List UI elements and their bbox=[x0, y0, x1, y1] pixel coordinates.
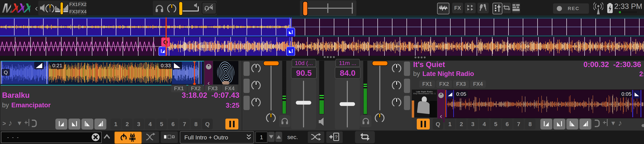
deck1-key-display[interactable]: 10d (... bbox=[292, 59, 316, 67]
broadcast-icon[interactable] bbox=[594, 2, 603, 16]
deck1-eq-low-kill[interactable] bbox=[244, 96, 250, 110]
deck2-hotcue-4[interactable]: 4 bbox=[479, 119, 490, 130]
transition-seconds-input[interactable]: 1 bbox=[256, 132, 268, 143]
fx-unit-toggle-2[interactable]: FX2 bbox=[78, 1, 86, 8]
deck2-eq-mid-kill[interactable] bbox=[404, 79, 410, 93]
waveform-view-button[interactable] bbox=[437, 3, 450, 14]
deck2-eq-mid-knob[interactable] bbox=[392, 80, 402, 90]
search-clear-button[interactable] bbox=[92, 133, 100, 141]
balance-slider-handle[interactable] bbox=[60, 2, 63, 15]
deck1-hotcue-8[interactable]: 8 bbox=[191, 119, 201, 130]
autodj-enable-button[interactable] bbox=[114, 131, 142, 144]
deck2-pitch-handle[interactable] bbox=[340, 102, 355, 106]
deck1-quantize-button[interactable]: Q bbox=[202, 119, 213, 130]
transition-select[interactable]: Full Intro + Outro bbox=[180, 131, 254, 144]
deck2-loop-icon[interactable] bbox=[595, 120, 600, 127]
deck1-eq-hi-knob[interactable] bbox=[251, 63, 261, 73]
deck2-fx-button-1[interactable]: FX1 bbox=[419, 80, 435, 88]
microphone-button[interactable] bbox=[478, 3, 489, 13]
search-input[interactable]: - - - bbox=[1, 132, 102, 143]
crossfader-handle[interactable] bbox=[303, 1, 308, 16]
deck2-hotcue-6[interactable]: 6 bbox=[502, 119, 512, 130]
deck1-bpm-display[interactable]: 90.5 bbox=[291, 67, 317, 79]
deck1-waveform-zoom-icon[interactable]: ▼ bbox=[16, 120, 22, 127]
deck2-pfl-button[interactable] bbox=[360, 115, 372, 127]
deck1-overview-waveform[interactable]: Q 0:21 0:33 bbox=[1, 61, 204, 86]
four-decks-button[interactable] bbox=[465, 3, 476, 13]
library-expand-button[interactable] bbox=[102, 132, 111, 142]
headphone-gain-knob[interactable] bbox=[167, 4, 176, 13]
library-toggle-button[interactable] bbox=[512, 3, 520, 13]
headphone-split-button[interactable] bbox=[202, 2, 216, 14]
deck2-quantize-icon[interactable] bbox=[602, 119, 609, 127]
deck2-beatgrid-music-icon[interactable]: ♪ bbox=[618, 118, 622, 128]
transition-mode-button[interactable] bbox=[161, 131, 178, 143]
deck1-hotcue-6[interactable]: 6 bbox=[168, 119, 178, 130]
fx-unit-toggle-4[interactable]: FX4 bbox=[78, 8, 86, 15]
deck2-eq-low-kill[interactable] bbox=[404, 96, 410, 110]
deck2-eq-low-knob[interactable] bbox=[392, 97, 402, 107]
deck1-intro-end-marker[interactable] bbox=[34, 62, 44, 69]
fx-unit-toggle-1[interactable]: FX1 bbox=[70, 1, 78, 8]
deck2-hotcue-8[interactable]: 8 bbox=[525, 119, 536, 130]
deck2-hotcue-5[interactable]: 5 bbox=[490, 119, 501, 130]
deck2-gain-knob[interactable] bbox=[374, 113, 385, 123]
deck2-hotcue-7[interactable]: 7 bbox=[513, 119, 524, 130]
toolbar-collapse-icon[interactable]: ‹ bbox=[35, 3, 38, 13]
deck1-wave-resize-handle[interactable] bbox=[324, 56, 335, 58]
deck1-eq-mid-kill[interactable] bbox=[244, 79, 250, 93]
deck2-eq-hi-kill[interactable] bbox=[404, 62, 410, 76]
deck1-hotcue-5[interactable]: 5 bbox=[156, 119, 167, 130]
shuffle-button[interactable] bbox=[308, 131, 324, 143]
deck1-outro-start-marker[interactable] bbox=[172, 62, 182, 69]
deck2-fx-button-3[interactable]: FX3 bbox=[453, 80, 469, 88]
deck2-overview-waveform[interactable]: 0:05 0:05 bbox=[445, 90, 644, 118]
record-button[interactable]: REC bbox=[553, 3, 589, 14]
effects-toggle-button[interactable]: FX bbox=[452, 3, 463, 13]
deck1-pfl-button[interactable] bbox=[279, 115, 290, 127]
master-gain-knob[interactable]: 1 bbox=[45, 4, 55, 13]
deck1-eq-hi-kill[interactable] bbox=[244, 62, 250, 76]
deck2-play-pause-button[interactable] bbox=[417, 119, 430, 130]
deck2-hotcue-1[interactable]: 1 bbox=[444, 119, 455, 130]
headphone-mix-handle[interactable] bbox=[179, 2, 183, 15]
deck2-eq-hi-knob[interactable] bbox=[392, 63, 402, 73]
deck2-key-display[interactable]: 11m ... bbox=[336, 59, 360, 67]
deck2-intro-end-button[interactable] bbox=[553, 119, 565, 130]
deck1-album-art[interactable] bbox=[213, 61, 238, 84]
add-random-track-button[interactable]: ? bbox=[326, 131, 343, 143]
deck1-outro-marker[interactable] bbox=[286, 28, 295, 36]
autodj-fade-now-button[interactable] bbox=[142, 131, 159, 143]
deck1-waveform[interactable] bbox=[0, 17, 644, 36]
deck1-spinny-icon[interactable] bbox=[205, 63, 212, 71]
deck2-fx-button-2[interactable]: FX2 bbox=[436, 80, 452, 88]
deck2-quantize-button[interactable]: Q bbox=[433, 119, 443, 130]
deck1-eq-mid-knob[interactable] bbox=[251, 80, 261, 90]
deck2-intro-start-button[interactable] bbox=[540, 119, 552, 130]
deck2-outro-marker[interactable] bbox=[286, 47, 295, 56]
deck2-cue-marker[interactable]: Q bbox=[161, 37, 170, 47]
deck1-hotcue-3[interactable]: 3 bbox=[134, 119, 144, 130]
deck1-outro-end-button[interactable] bbox=[94, 119, 106, 130]
deck1-eq-low-knob[interactable] bbox=[251, 97, 261, 107]
deck1-time-display[interactable]: 3:18.02 -0:07.43 bbox=[182, 91, 240, 100]
deck1-loop-icon[interactable] bbox=[32, 120, 37, 127]
deck2-wave-resize-handle[interactable] bbox=[414, 56, 426, 58]
fx-unit-toggle-3[interactable]: FX3 bbox=[70, 8, 78, 15]
deck1-outro-start-button[interactable] bbox=[82, 119, 93, 130]
seconds-increment-button[interactable] bbox=[275, 132, 282, 142]
loop-toggle-button[interactable] bbox=[502, 3, 511, 13]
mixer-toggle-button[interactable] bbox=[492, 3, 502, 14]
deck1-hotcue-4[interactable]: 4 bbox=[145, 119, 156, 130]
deck2-hotcue-3[interactable]: 3 bbox=[468, 119, 478, 130]
deck2-volume-handle[interactable] bbox=[372, 61, 388, 66]
deck2-outro-start-button[interactable] bbox=[566, 119, 578, 130]
deck1-volume-handle[interactable] bbox=[263, 61, 279, 66]
seconds-decrement-button[interactable] bbox=[268, 132, 275, 142]
deck1-hotcue-2[interactable]: 2 bbox=[122, 119, 132, 130]
deck2-bpm-display[interactable]: 84.0 bbox=[335, 67, 360, 79]
deck1-intro-end-button[interactable] bbox=[68, 119, 80, 130]
deck2-fx-button-4[interactable]: FX4 bbox=[470, 80, 486, 88]
deck1-quantize-icon[interactable] bbox=[24, 119, 30, 127]
deck1-pitch-handle[interactable] bbox=[296, 101, 311, 105]
